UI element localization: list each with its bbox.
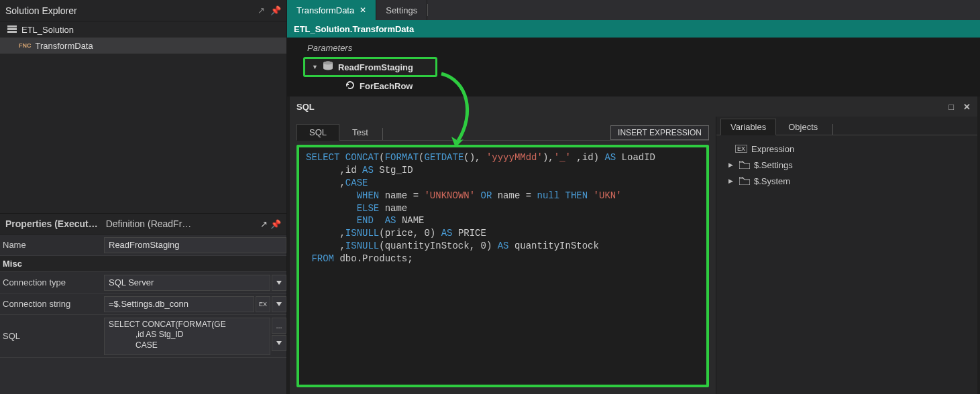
folder-icon (739, 177, 750, 185)
pin-icon[interactable]: 📌 (270, 219, 281, 229)
prop-sql-label: SQL (0, 331, 104, 341)
prop-conntype-select[interactable]: SQL Server (104, 275, 270, 291)
prop-row-conntype: Connection type SQL Server (0, 272, 286, 293)
prop-name-label: Name (0, 240, 104, 250)
chevron-right-icon: ▶ (728, 178, 735, 184)
tab-properties[interactable]: Properties (Execut… (5, 218, 98, 229)
prop-cat-misc: Misc (0, 256, 286, 272)
var-node-system[interactable]: ▶ $.System (722, 173, 972, 189)
chevron-down-icon: ▼ (312, 64, 318, 70)
expr-button[interactable]: EX (256, 296, 270, 312)
fnc-badge: FNC (19, 42, 32, 49)
solution-icon (7, 25, 17, 34)
pin-icon[interactable]: 📌 (270, 5, 281, 15)
prop-connstring-input[interactable] (104, 296, 254, 312)
prop-row-name: Name (0, 235, 286, 256)
prop-conntype-label: Connection type (0, 277, 104, 287)
breadcrumb-area: Parameters ▼ ReadFromStaging ForEachRow (287, 38, 980, 96)
editor-tabs: SQL Test INSERT EXPRESSION (296, 121, 709, 141)
close-icon[interactable]: ✕ (360, 5, 366, 15)
step-label: ReadFromStaging (338, 62, 413, 72)
var-expression[interactable]: EX Expression (722, 141, 972, 157)
tree-item-transformdata[interactable]: FNC TransformData (0, 38, 286, 54)
tree-item-label: TransformData (36, 41, 93, 51)
prop-row-sql: SQL SELECT CONCAT(FORMAT(GE ,id AS Stg_I… (0, 315, 286, 358)
ex-badge: EX (735, 145, 747, 153)
folder-icon (739, 161, 750, 169)
tab-transformdata[interactable]: TransformData ✕ (287, 0, 376, 20)
close-icon[interactable]: ✕ (963, 102, 971, 112)
svg-point-4 (323, 61, 333, 64)
prop-row-connstring: Connection string EX (0, 293, 286, 315)
var-tree: EX Expression ▶ $.Settings ▶ (716, 135, 977, 194)
document-tabbar: TransformData ✕ Settings (287, 0, 980, 20)
solution-tree: ETL_Solution FNC TransformData (0, 21, 286, 54)
conntype-dropdown-button[interactable] (272, 275, 286, 291)
tree-root-label: ETL_Solution (21, 25, 74, 35)
parameters-label[interactable]: Parameters (302, 40, 965, 57)
editor-left: SQL Test INSERT EXPRESSION SELECT CONCAT… (290, 117, 716, 394)
tree-filler (0, 54, 286, 213)
editor-title: SQL (296, 102, 315, 112)
properties-header: Properties (Execut… Definition (ReadFr… … (0, 213, 286, 235)
tree-root[interactable]: ETL_Solution (0, 21, 286, 38)
prop-name-input[interactable] (104, 237, 286, 253)
editor-tab-test[interactable]: Test (339, 124, 381, 140)
var-tabs: Variables Objects (716, 117, 977, 135)
prop-sql-preview[interactable]: SELECT CONCAT(FORMAT(GE ,id AS Stg_ID CA… (104, 318, 270, 355)
database-icon (322, 61, 334, 74)
maximize-icon[interactable]: □ (948, 102, 954, 112)
left-panel: Solution Explorer ↗ 📌 ETL_Solution FNC T… (0, 0, 287, 394)
sql-code[interactable]: SELECT CONCAT(FORMAT(GETDATE(), 'yyyyMMd… (296, 145, 709, 387)
solution-explorer-title: Solution Explorer (5, 5, 77, 16)
step-foreachrow[interactable]: ForEachRow (302, 77, 965, 96)
svg-rect-0 (7, 25, 17, 27)
sql-editor: SQL □ ✕ SQL Test INSERT EXPRESSION SELEC… (290, 96, 977, 394)
right-panel: TransformData ✕ Settings ETL_Solution.Tr… (287, 0, 980, 394)
tab-settings[interactable]: Settings (376, 0, 427, 20)
svg-rect-1 (7, 28, 17, 30)
tab-objects[interactable]: Objects (779, 119, 827, 135)
insert-expression-button[interactable]: INSERT EXPRESSION (610, 125, 709, 140)
popout-icon[interactable]: ↗ (258, 5, 265, 15)
svg-rect-2 (7, 31, 17, 33)
tab-variables[interactable]: Variables (720, 119, 776, 135)
chevron-right-icon: ▶ (728, 161, 735, 168)
sql-dropdown-button[interactable] (272, 335, 286, 351)
connstring-dropdown-button[interactable] (272, 296, 286, 312)
editor-titlebar: SQL □ ✕ (290, 96, 977, 117)
solution-explorer-header: Solution Explorer ↗ 📌 (0, 0, 286, 21)
sql-ellipsis-button[interactable]: ... (272, 318, 286, 334)
var-node-settings[interactable]: ▶ $.Settings (722, 157, 972, 173)
popout-icon[interactable]: ↗ (260, 219, 268, 229)
tab-definition[interactable]: Definition (ReadFr… (106, 218, 192, 229)
path-bar: ETL_Solution.TransformData (287, 20, 980, 38)
properties-grid: Name Misc Connection type SQL Server Con… (0, 235, 286, 394)
prop-connstring-label: Connection string (0, 299, 104, 309)
editor-tab-sql[interactable]: SQL (296, 124, 339, 141)
loop-icon (345, 80, 356, 92)
variables-panel: Variables Objects EX Expression ▶ $.Set (716, 117, 977, 394)
step-readfromstaging[interactable]: ▼ ReadFromStaging (303, 57, 437, 77)
